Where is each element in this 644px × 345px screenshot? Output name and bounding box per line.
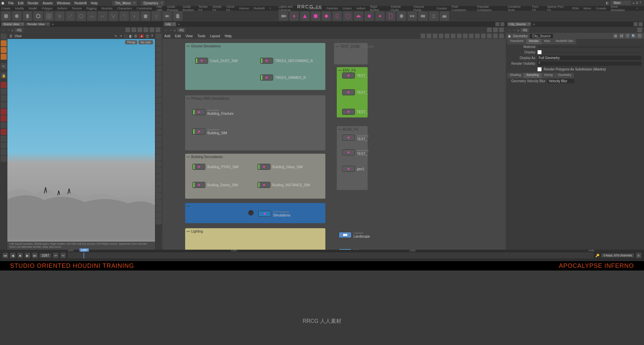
- network-group[interactable]: — Building SecondariesBuilding_PYRO_SIMB…: [185, 154, 325, 199]
- network-group[interactable]: — TOP NetworkSimulations: [185, 203, 325, 223]
- param-material[interactable]: [537, 47, 641, 47]
- desktop-tab-1[interactable]: Tim_Mono: [112, 1, 137, 6]
- network-node[interactable]: Building_Glass_SIM: [258, 164, 303, 170]
- tl-frame-field[interactable]: 1097: [40, 253, 51, 258]
- tab-sampling[interactable]: Sampling: [524, 73, 542, 78]
- tl-track[interactable]: 1091 1200 1320 1440: [68, 252, 593, 258]
- net-add[interactable]: Add: [164, 34, 170, 38]
- tl-sub[interactable]: ↩: [53, 253, 58, 258]
- tl-play[interactable]: ▶: [25, 253, 30, 258]
- tab-shading[interactable]: Shading: [507, 73, 524, 78]
- network-node[interactable]: TOP NetworkSimulations: [258, 210, 290, 217]
- network-node[interactable]: CameraLandscape: [339, 232, 370, 238]
- net-tools[interactable]: Tools: [198, 34, 205, 38]
- persp-badge[interactable]: Persp: [125, 40, 137, 44]
- search-icon[interactable]: 🔍: [631, 34, 636, 38]
- menu-file[interactable]: File: [8, 1, 14, 5]
- pane2-tab[interactable]: /obj: [164, 22, 176, 26]
- desktop-tab-2[interactable]: Dynamics: [141, 1, 164, 6]
- tab-geometry[interactable]: Geometry: [555, 73, 574, 78]
- network-node[interactable]: GeometryTEST_: [342, 149, 369, 156]
- tab-redshift[interactable]: Redshift OBJ: [553, 39, 576, 44]
- tl-playhead[interactable]: [84, 252, 84, 258]
- network-node[interactable]: TEST_: [342, 89, 367, 95]
- nav-back-icon[interactable]: ←: [2, 28, 5, 32]
- param-subdiv-check[interactable]: [537, 67, 542, 71]
- pane3-tab[interactable]: City_Source: [507, 22, 531, 26]
- tab-transform[interactable]: Transform: [507, 39, 526, 44]
- menu-help[interactable]: Help: [91, 1, 98, 5]
- net-help[interactable]: Help: [225, 34, 232, 38]
- vp-tool-move[interactable]: [1, 40, 7, 46]
- desktop-select[interactable]: ◧ Main ▸ ☰ ?: [606, 1, 641, 5]
- network-node[interactable]: GeometryBuilding_SIM: [193, 128, 227, 135]
- tl-anim-edit[interactable]: ≡: [636, 253, 641, 258]
- vp-help-icon[interactable]: ?: [151, 34, 153, 38]
- pane1-add-tab[interactable]: +: [51, 22, 55, 26]
- tab-misc[interactable]: Misc: [541, 39, 553, 44]
- net-edit[interactable]: Edit: [175, 34, 181, 38]
- param-display-as[interactable]: Full Geometry: [537, 56, 641, 60]
- param-display-check[interactable]: [537, 50, 542, 54]
- tool-shelf-2[interactable]: [277, 11, 644, 21]
- param-name-field[interactable]: City_Source: [530, 34, 553, 38]
- info-icon[interactable]: ⓘ: [637, 34, 642, 38]
- network-group[interactable]: — Ground SimulationsCrack_DUST_SIMTREES_…: [185, 43, 325, 90]
- net-view[interactable]: View: [185, 34, 193, 38]
- vp-layout-icon[interactable]: ◫: [146, 34, 149, 38]
- tl-stop[interactable]: ■: [17, 253, 23, 258]
- vp-tool-arrow[interactable]: ↖: [1, 63, 7, 69]
- network-canvas[interactable]: — Ground SimulationsCrack_DUST_SIMTREES_…: [162, 39, 506, 250]
- network-group[interactable]: — ENV_FXTEST_TEST_TEST_: [337, 67, 368, 117]
- network-node[interactable]: Buiding_INSTANCE_SIM: [258, 182, 310, 188]
- vp-tool-scale[interactable]: [1, 54, 7, 60]
- network-group[interactable]: — Lighting: [185, 228, 325, 250]
- network-group[interactable]: — BLDG_FXGeometryTEST_GeometryTEST_geo1: [337, 126, 368, 190]
- vp-tool-select[interactable]: [1, 34, 7, 40]
- network-node[interactable]: TREES_DEFORMING_R: [260, 58, 313, 64]
- network-node[interactable]: Buiding_Debris_SIM: [193, 182, 238, 188]
- viewport-menu-icon[interactable]: ☰: [9, 34, 12, 38]
- menu-edit[interactable]: Edit: [18, 1, 23, 5]
- shelf-tabs-2[interactable]: Lights and CamerasCollisionsParticles Gr…: [277, 6, 644, 11]
- tl-prev[interactable]: ◀: [10, 253, 15, 258]
- help-icon[interactable]: ?: [625, 34, 630, 38]
- viewport[interactable]: ☰ View ↖↗⬚◧☰● ◫? Persp No cam Left mou: [7, 33, 155, 250]
- network-node[interactable]: geo1: [342, 166, 364, 172]
- menu-render[interactable]: Render: [28, 1, 39, 5]
- menu-windows[interactable]: Windows: [57, 1, 70, 5]
- network-node[interactable]: Building_PYRO_SIM: [193, 164, 238, 170]
- network-node[interactable]: TREES_SIMMED_R: [260, 75, 306, 81]
- net-ic-1[interactable]: [421, 34, 425, 38]
- tl-add[interactable]: ↪: [60, 253, 66, 258]
- network-group[interactable]: — Primary RBD SimulationsGeometryBuildin…: [185, 95, 325, 150]
- tl-last[interactable]: ⏭: [32, 253, 38, 258]
- tab-dicing[interactable]: Dicing: [542, 73, 555, 78]
- network-node[interactable]: Crack_DUST_SIM: [195, 58, 237, 64]
- cam-badge[interactable]: No cam: [139, 40, 153, 44]
- pane2-add[interactable]: +: [177, 22, 181, 26]
- param-render-vis[interactable]: *: [537, 61, 641, 66]
- menu-assets[interactable]: Assets: [43, 1, 53, 5]
- vp-tool-rotate[interactable]: [1, 47, 7, 53]
- tab-render[interactable]: Render: [526, 39, 542, 44]
- vp-tool-a[interactable]: ↖: [115, 34, 117, 38]
- gear-icon[interactable]: ⚙: [613, 34, 618, 38]
- net-layout[interactable]: Layout: [210, 34, 220, 38]
- pin-icon[interactable]: [125, 28, 130, 32]
- vp-tool-red1[interactable]: [1, 82, 7, 88]
- network-node[interactable]: GeometryBuilding_Fracture: [193, 109, 233, 115]
- nav-fwd-icon[interactable]: →: [7, 28, 10, 32]
- path-seg[interactable]: obj: [15, 28, 23, 32]
- network-group[interactable]: — TEST_ZONEObjects: [334, 43, 368, 64]
- home-icon[interactable]: ⌂: [11, 28, 13, 32]
- tl-first[interactable]: ⏮: [3, 253, 8, 258]
- tab-scene-view[interactable]: Scene View: [1, 22, 24, 26]
- network-node[interactable]: GeometryTEST_: [342, 134, 369, 141]
- tab-render-view[interactable]: Render View: [25, 22, 50, 26]
- param-vel-blur[interactable]: Velocity Blur: [547, 79, 574, 83]
- network-node[interactable]: TEST_: [342, 109, 367, 115]
- tool-shelf-1[interactable]: T: [0, 11, 277, 21]
- vp-tool-lock[interactable]: 🔒: [1, 72, 7, 79]
- shelf-tabs-1[interactable]: CreateModifyModel PolygonDeformTexture R…: [0, 6, 277, 11]
